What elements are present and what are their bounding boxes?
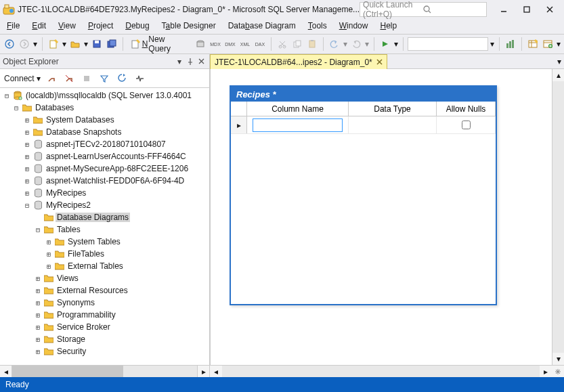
header-data-type[interactable]: Data Type [349,102,437,116]
connect-button[interactable]: Connect ▾ [4,74,41,83]
tree-node[interactable]: ⊞MyRecipes [0,187,209,199]
new-item-button[interactable] [47,37,60,51]
menu-help[interactable]: Help [380,21,397,30]
menu-project[interactable]: Project [88,21,113,30]
tree-node-database-diagrams[interactable]: Database Diagrams [0,211,209,223]
tree-node[interactable]: ⊞Service Broker [0,321,209,333]
tree-node-myrecipes2[interactable]: ⊟MyRecipes2 [0,199,209,211]
xmla-query-icon[interactable]: XML [238,37,252,51]
canvas-vscroll[interactable]: ▴ ▾ [552,69,564,365]
cut-button[interactable] [276,37,289,51]
new-table-button[interactable] [526,37,540,51]
dax-query-icon[interactable]: DAX [253,37,267,51]
tree-node[interactable]: ⊞External Tables [0,260,209,272]
copy-button[interactable] [290,37,304,51]
tree-node[interactable]: ⊞FileTables [0,248,209,260]
scroll-down-icon[interactable]: ▾ [552,353,564,365]
disconnect-all-icon[interactable] [62,72,76,85]
nav-history-dropdown[interactable]: ▾ [32,39,38,49]
tree-node[interactable]: ⊞External Resources [0,284,209,297]
mdx-query-icon[interactable]: MDX [209,37,222,51]
document-tab[interactable]: JTEC-1\LOCALDB#64...ipes2 - Diagram_0* [210,54,387,69]
start-debug-dropdown[interactable]: ▾ [393,39,399,49]
panel-close-icon[interactable] [196,56,207,67]
object-explorer-hscroll[interactable]: ◂ ▸ [0,365,209,377]
menu-window[interactable]: Window [339,21,368,30]
db-query-button[interactable] [194,37,207,51]
tree-node[interactable]: ⊞Synonyms [0,297,209,309]
table-designer-recipes[interactable]: Recipes * Column Name Data Type Allow Nu… [230,85,497,305]
header-column-name[interactable]: Column Name [247,102,349,116]
menu-edit[interactable]: Edit [32,21,46,30]
solution-config-select[interactable] [408,37,489,51]
open-file-dropdown[interactable]: ▾ [83,39,89,49]
tree-node-tables[interactable]: ⊟Tables [0,223,209,236]
tab-close-icon[interactable] [376,59,383,65]
scroll-right-icon[interactable]: ▸ [540,366,552,377]
menu-view[interactable]: View [58,21,76,30]
allow-nulls-checkbox[interactable] [462,121,471,129]
activity-monitor-button[interactable] [504,37,517,51]
tree-node[interactable]: ⊞Database Snapshots [0,126,209,138]
new-item-dropdown[interactable]: ▾ [62,39,67,49]
close-button[interactable] [538,1,561,18]
filter-icon[interactable] [97,72,111,85]
object-explorer-tree[interactable]: ⊟ (localdb)\mssqllocaldb (SQL Server 13.… [0,88,209,365]
tree-node[interactable]: ⊞Security [0,345,209,357]
data-type-cell[interactable] [349,116,437,133]
tree-node[interactable]: ⊞aspnet-LearnUserAccounts-FFF4664C [0,150,209,162]
pin-icon[interactable] [185,56,196,67]
save-all-button[interactable] [105,37,118,51]
tree-node[interactable]: ⊞aspnet-Watchlist-FEDD0F6A-6F94-4D [0,175,209,187]
tree-node[interactable]: ⊞Views [0,272,209,284]
panel-dropdown-icon[interactable]: ▾ [174,56,185,67]
tree-node[interactable]: ⊞Storage [0,333,209,345]
row-selector-icon[interactable]: ▸ [231,116,247,133]
menu-tools[interactable]: Tools [308,21,327,30]
new-query-button[interactable]: NNew Query [127,37,192,51]
add-table-icon[interactable] [541,37,555,51]
diagram-canvas[interactable]: ▴ ▾ Recipes * Column Name Data Type Allo… [210,69,564,365]
column-name-input[interactable] [253,118,343,132]
tree-node[interactable]: ⊞System Tables [0,236,209,248]
nav-back-button[interactable] [3,37,16,51]
overflow-chevron-icon[interactable]: ▾ [556,39,561,49]
tree-databases-node[interactable]: ⊟ Databases [0,102,209,114]
redo-button[interactable] [349,37,363,51]
maximize-button[interactable] [515,1,538,18]
scroll-left-icon[interactable]: ◂ [210,366,222,377]
menu-debug[interactable]: Debug [125,21,149,30]
nav-forward-button[interactable] [18,37,31,51]
quick-launch-input[interactable]: Quick Launch (Ctrl+Q) [360,2,487,17]
tree-node[interactable]: ⊞aspnet-MySecureApp-68FC2EEE-1206 [0,162,209,175]
disconnect-icon[interactable] [45,72,58,85]
scroll-up-icon[interactable]: ▴ [552,69,564,81]
solution-config-chevron-icon[interactable]: ▾ [490,39,495,49]
header-allow-nulls[interactable]: Allow Nulls [437,102,496,116]
open-file-button[interactable] [68,37,82,51]
tree-server-node[interactable]: ⊟ (localdb)\mssqllocaldb (SQL Server 13.… [0,89,209,102]
paste-button[interactable] [305,37,319,51]
tree-node[interactable]: ⊞Programmability [0,309,209,321]
tab-overflow-chevron-icon[interactable]: ▾ [557,57,561,66]
menu-table-designer[interactable]: Table Designer [162,21,216,30]
table-title[interactable]: Recipes * [231,87,496,102]
refresh-icon[interactable] [115,72,129,85]
undo-dropdown[interactable]: ▾ [343,39,348,49]
scroll-right-icon[interactable]: ▸ [197,366,209,377]
undo-button[interactable] [328,37,341,51]
save-button[interactable] [90,37,104,51]
table-row[interactable]: ▸ [231,116,496,134]
tree-node[interactable]: ⊞System Databases [0,114,209,126]
stop-icon[interactable] [80,72,93,85]
menu-file[interactable]: File [7,21,20,30]
canvas-hscroll[interactable]: ◂ ▸ [210,365,564,377]
redo-dropdown[interactable]: ▾ [364,39,370,49]
scroll-left-icon[interactable]: ◂ [0,366,12,377]
dmx-query-icon[interactable]: DMX [223,37,237,51]
minimize-button[interactable] [492,1,515,18]
menu-database-diagram[interactable]: Database Diagram [228,21,296,30]
start-debug-button[interactable] [378,37,392,51]
tree-node[interactable]: ⊞aspnet-jTECv2-20180710104807 [0,138,209,150]
activity-icon[interactable] [133,72,146,85]
